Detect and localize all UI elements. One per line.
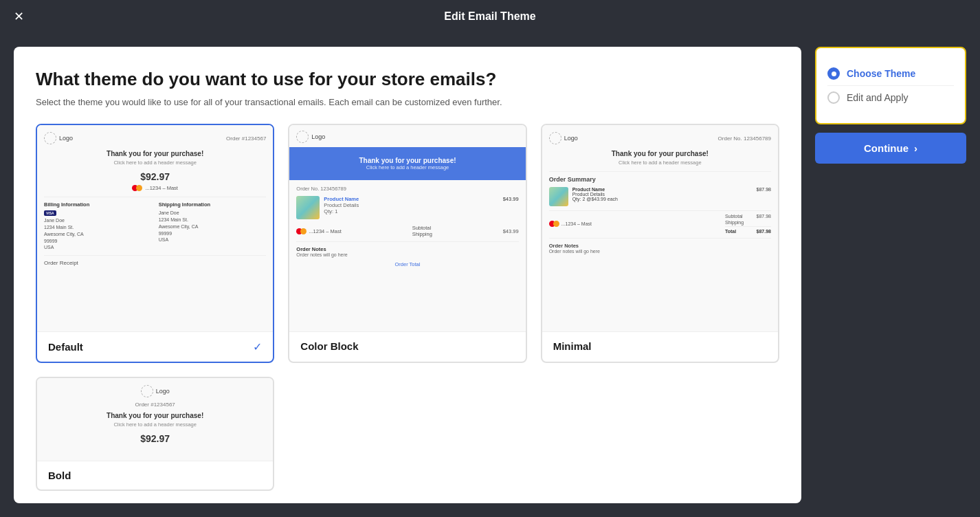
cb-order-num: Order No. 123456789 — [296, 186, 518, 192]
color-block-label-bar: Color Block — [289, 331, 525, 360]
continue-arrow: › — [914, 142, 917, 154]
default-receipt-label: Order Receipt — [44, 260, 266, 266]
left-panel: What theme do you want to use for your s… — [14, 47, 801, 503]
close-button[interactable]: ✕ — [14, 9, 24, 24]
default-label-bar: Default ✓ — [37, 331, 273, 362]
bold-label: Bold — [48, 470, 71, 481]
min-shipping-label: Shipping — [725, 220, 744, 225]
theme-preview-color-block: Logo Thank you for your purchase! Click … — [289, 125, 525, 331]
minimal-label-bar: Minimal — [542, 331, 778, 360]
cb-card-info: ...1234 – Mast — [309, 228, 342, 234]
cb-banner-sub: Click here to add a header message — [295, 164, 520, 170]
default-biller-country: USA — [44, 244, 152, 251]
step-label-choose-theme: Choose Theme — [847, 68, 915, 79]
min-payment-row: ...1234 – Mast Subtotal $87.98 Shipping — [549, 210, 771, 234]
step-edit-apply[interactable]: Edit and Apply — [827, 85, 954, 109]
cb-product-row: Product Name Product Details Qty: 1 $43.… — [296, 196, 518, 219]
billing-label: Billing Information — [44, 201, 152, 208]
page-subheading: Select the theme you would like to use f… — [36, 97, 779, 107]
cb-banner-title: Thank you for your purchase! — [295, 157, 520, 164]
color-block-label: Color Block — [300, 340, 358, 352]
step-radio-choose-theme — [827, 67, 840, 80]
default-biller-zip: 99999 — [44, 238, 152, 245]
min-title: Thank you for your purchase! — [549, 150, 771, 157]
default-card-info: ...1234 – Mast — [44, 185, 266, 191]
min-product-row: Product Name Product Details Qty: 2 @$43… — [549, 187, 771, 206]
default-label: Default — [48, 341, 83, 353]
default-ship-zip: 99999 — [159, 230, 267, 237]
theme-card-bold[interactable]: Logo Order #1234567 Thank you for your p… — [36, 377, 274, 491]
top-bar: ✕ Edit Email Theme — [0, 0, 980, 33]
min-subtitle: Click here to add a header message — [549, 160, 771, 166]
min-total-label: Total — [725, 229, 736, 234]
cb-payment-row: ...1234 – Mast Subtotal Shipping $43.99 — [296, 225, 518, 237]
cb-order-notes-label: Order Notes — [296, 246, 518, 252]
bold-amount: $92.97 — [44, 433, 266, 444]
min-product-info: Product Name Product Details Qty: 2 @$43… — [572, 187, 753, 201]
bold-title: Thank you for your purchase! — [44, 412, 266, 419]
cb-product-qty: Qty: 1 — [324, 208, 498, 214]
step-radio-edit-apply — [827, 91, 840, 104]
min-product-image — [549, 187, 568, 206]
main-content: What theme do you want to use for your s… — [0, 33, 980, 517]
cb-shipping-label: Shipping — [412, 231, 432, 237]
cb-order-total: Order Total — [296, 261, 518, 267]
min-product-qty: Qty: 2 @$43.99 each — [572, 197, 753, 201]
default-biller-city: Awesome City, CA — [44, 231, 152, 238]
theme-card-color-block[interactable]: Logo Thank you for your purchase! Click … — [288, 124, 526, 363]
min-order-num: Order No. 123456789 — [718, 135, 771, 142]
bold-logo-text: Logo — [156, 388, 170, 395]
default-order-num: Order #1234567 — [226, 135, 266, 142]
page-heading: What theme do you want to use for your s… — [36, 69, 779, 90]
steps-card: Choose Theme Edit and Apply — [815, 47, 966, 124]
bold-subtitle: Click here to add a header message — [44, 421, 266, 428]
min-product-price: $87.98 — [757, 187, 771, 192]
default-biller-addr1: 1234 Main St. — [44, 224, 152, 231]
theme-preview-minimal: Logo Order No. 123456789 Thank you for y… — [542, 125, 778, 331]
cb-subtotal-label: Subtotal — [412, 225, 432, 231]
default-ship-addr1: 1234 Main St. — [159, 217, 267, 223]
default-ship-country: USA — [159, 236, 267, 243]
cb-product-details: Product Details — [324, 202, 498, 208]
theme-preview-bold: Logo Order #1234567 Thank you for your p… — [37, 378, 273, 461]
step-choose-theme[interactable]: Choose Theme — [827, 62, 954, 85]
continue-label: Continue — [864, 142, 909, 154]
right-panel: Choose Theme Edit and Apply Continue › — [815, 47, 966, 503]
bold-order-num: Order #1234567 — [44, 402, 266, 408]
themes-grid: Logo Order #1234567 Thank you for your p… — [36, 124, 779, 491]
min-notes-label: Order Notes — [549, 243, 771, 249]
default-check-icon: ✓ — [253, 340, 262, 353]
theme-card-default[interactable]: Logo Order #1234567 Thank you for your p… — [36, 124, 274, 363]
cb-logo-text: Logo — [311, 133, 325, 140]
default-ship-name: Jane Doe — [159, 210, 267, 217]
shipping-label: Shipping Information — [159, 201, 267, 208]
default-ship-city: Awesome City, CA — [159, 223, 267, 230]
minimal-label: Minimal — [553, 340, 592, 352]
bold-label-bar: Bold — [37, 461, 273, 490]
default-title: Thank you for your purchase! — [44, 150, 266, 157]
min-logo-text: Logo — [564, 135, 578, 142]
min-product-name: Product Name — [572, 187, 753, 192]
default-amount: $92.97 — [44, 171, 266, 182]
cb-banner: Thank you for your purchase! Click here … — [289, 147, 525, 180]
default-logo-text: Logo — [59, 135, 73, 142]
cb-product-info: Product Name Product Details Qty: 1 — [324, 196, 498, 214]
cb-subtotal-value: $43.99 — [503, 228, 519, 234]
default-biller-name: Jane Doe — [44, 217, 152, 224]
cb-product-price: $43.99 — [503, 196, 519, 202]
cb-product-image — [296, 196, 320, 219]
continue-button[interactable]: Continue › — [815, 133, 966, 164]
min-total-value: $87.98 — [757, 229, 771, 234]
min-notes-text: Order notes will go here — [549, 249, 771, 254]
cb-order-notes-text: Order notes will go here — [296, 252, 518, 257]
min-order-summary: Order Summary — [549, 176, 771, 183]
modal-title: Edit Email Theme — [444, 10, 535, 23]
theme-card-minimal[interactable]: Logo Order No. 123456789 Thank you for y… — [541, 124, 779, 363]
min-card-info: ...1234 – Mast — [561, 221, 592, 226]
min-subtotal-label: Subtotal — [725, 214, 743, 219]
cb-product-name: Product Name — [324, 196, 498, 202]
min-subtotal-value: $87.98 — [757, 214, 771, 219]
min-product-details: Product Details — [572, 192, 753, 197]
default-subtitle: Click here to add a header message — [44, 160, 266, 166]
theme-preview-default: Logo Order #1234567 Thank you for your p… — [37, 125, 273, 331]
